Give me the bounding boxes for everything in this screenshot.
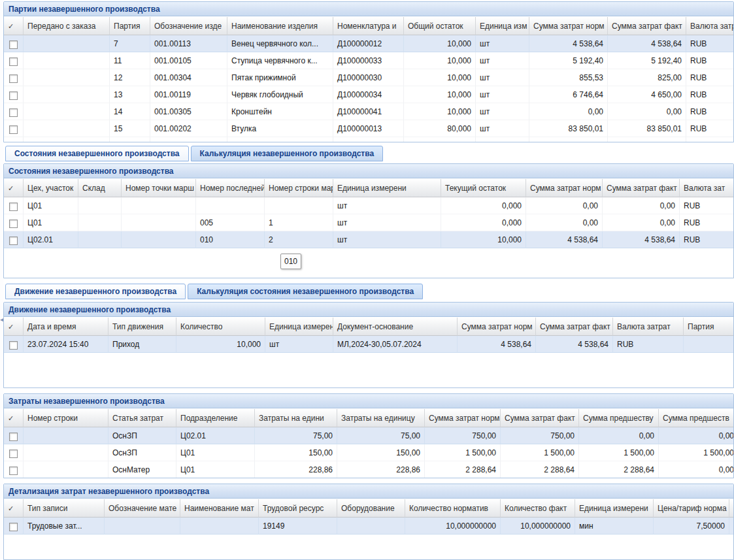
table-cell[interactable]: 001.00202 [150,120,227,137]
table-cell[interactable]: 1 500,00 [425,444,501,461]
table-cell[interactable]: Трудовые зат... [24,518,105,535]
column-header[interactable]: Склад [78,179,122,197]
table-cell[interactable]: 228,86 [337,461,425,478]
column-header[interactable]: Количество факт [501,499,575,518]
table-cell[interactable]: шт [476,137,529,142]
table-cell[interactable]: 19149 [259,518,337,535]
table-cell[interactable]: 75,00 [255,427,337,444]
table-cell[interactable]: Д100000012 [333,35,404,52]
column-header[interactable]: Сумма затрат факт [603,179,680,197]
table-row[interactable]: Ц01шт0,0000,000,00RUB [4,197,733,214]
table-cell[interactable]: 75,00 [337,427,425,444]
table-cell[interactable]: RUB [686,52,733,69]
column-header[interactable]: Затраты на едини [255,409,337,427]
select-all-header[interactable]: ✓ [4,499,24,518]
table-cell[interactable] [24,86,110,103]
table-row[interactable]: 23.07.2024 15:40Приход10,000штМЛ,2024-30… [4,336,733,353]
table-cell[interactable]: шт [265,336,333,353]
table-cell[interactable]: шт [476,52,529,69]
tab-wip-movement[interactable]: Движение незавершенного производства [5,284,186,299]
table-row[interactable]: 15001.00202ВтулкаД10000001380,000шт83 85… [4,120,733,137]
column-header[interactable]: Единица измерени [265,318,333,336]
table-cell[interactable]: 2 288,64 [579,461,659,478]
table-cell[interactable]: 010 [196,231,265,248]
column-header[interactable]: Цех, участок [24,179,78,197]
table-cell[interactable] [24,69,110,86]
table-cell[interactable]: 001.00401 [150,137,227,142]
column-header[interactable]: Наименование изделия [227,17,333,35]
table-row[interactable]: Трудовые зат...1914910,00000000010,00000… [4,518,733,535]
table-cell[interactable]: 4 538,64 [536,336,613,353]
table-cell[interactable]: Кронштейн [227,103,333,120]
table-cell[interactable]: 10,000 [441,231,526,248]
table-cell[interactable] [684,336,733,353]
table-cell[interactable]: 10,000 [404,35,476,52]
table-cell[interactable]: RUB [686,86,733,103]
row-checkbox[interactable] [9,467,18,475]
table-cell[interactable] [24,444,108,461]
table-cell[interactable]: 1 500,00 [579,444,659,461]
column-header[interactable]: Тип записи [24,499,105,518]
column-header[interactable]: Документ-основание [333,318,458,336]
column-header[interactable]: Сумма затрат норм [526,179,603,197]
row-checkbox[interactable] [9,203,18,211]
table-cell[interactable]: 4 538,64 [608,35,686,52]
row-checkbox[interactable] [9,125,18,134]
table-cell[interactable]: Венец червячного кол... [227,35,333,52]
table-cell[interactable]: шт [476,103,529,120]
table-cell[interactable]: RUB [686,35,733,52]
table-cell[interactable]: мин [575,518,654,535]
column-header[interactable]: Валюта затр [686,17,733,35]
table-cell[interactable] [24,461,108,478]
column-header[interactable]: Сумма затрат факт [536,318,613,336]
row-checkbox[interactable] [9,433,18,441]
table-cell[interactable] [78,197,122,214]
table-cell[interactable] [24,137,110,142]
table-cell[interactable]: 0,00 [579,427,659,444]
table-cell[interactable]: RUB [686,103,733,120]
column-header[interactable]: Сумма предшеств [659,409,733,427]
select-all-header[interactable]: ✓ [4,318,24,336]
table-cell[interactable]: 1 500,00 [501,444,579,461]
column-header[interactable]: Сумма затрат норм [458,318,536,336]
table-row[interactable]: 13001.00119Червяк глобоидныйД10000003410… [4,86,733,103]
column-header[interactable]: Наименование мат [180,499,259,518]
table-cell[interactable]: 80,000 [404,120,476,137]
table-row[interactable]: ОснЗПЦ02.0175,0075,00750,00750,000,000,0… [4,427,733,444]
table-cell[interactable]: 1 [265,214,333,231]
table-cell[interactable]: Втулка [227,120,333,137]
column-header[interactable]: Цена/тариф норма [654,499,729,518]
table-cell[interactable]: 7 [110,35,150,52]
table-cell[interactable]: 001.00119 [150,86,227,103]
table-cell[interactable]: 10,000000000 [405,518,501,535]
table-cell[interactable]: RUB [686,69,733,86]
table-cell[interactable]: 3 048,00 [608,137,686,142]
table-cell[interactable]: шт [476,86,529,103]
table-cell[interactable]: шт [476,69,529,86]
column-header[interactable]: Подразделение [176,409,255,427]
column-header[interactable]: Общий остаток [404,17,476,35]
table-cell[interactable]: Крепление фланцевое [227,137,333,142]
column-header[interactable]: Статья затрат [108,409,176,427]
column-header[interactable]: Номенклатура и [333,17,404,35]
table-cell[interactable]: 4 538,64 [526,231,603,248]
table-cell[interactable]: 0,00 [529,103,608,120]
table-cell[interactable] [196,197,265,214]
column-header[interactable]: Сумма затрат факт [501,409,579,427]
table-cell[interactable]: 0,00 [659,427,733,444]
table-cell[interactable]: ОснМатер [108,461,176,478]
table-cell[interactable] [24,120,110,137]
table-row[interactable]: 21001.00401Крепление фланцевоеД100000018… [4,137,733,142]
column-header[interactable]: Номер последней [196,179,265,197]
select-all-header[interactable]: ✓ [4,179,24,197]
table-cell[interactable]: 750,00 [425,427,501,444]
table-cell[interactable] [180,518,259,535]
table-cell[interactable]: 0,000 [441,197,526,214]
table-cell[interactable]: RUB [613,336,684,353]
tab-wip-states[interactable]: Состояния незавершенного производства [5,146,189,161]
table-cell[interactable]: 0,000 [441,214,526,231]
column-header[interactable]: Затраты на единицу [337,409,425,427]
table-cell[interactable] [78,231,122,248]
table-row[interactable]: 7001.00113Венец червячного кол...Д100000… [4,35,733,52]
table-cell[interactable]: Д100000041 [333,103,404,120]
